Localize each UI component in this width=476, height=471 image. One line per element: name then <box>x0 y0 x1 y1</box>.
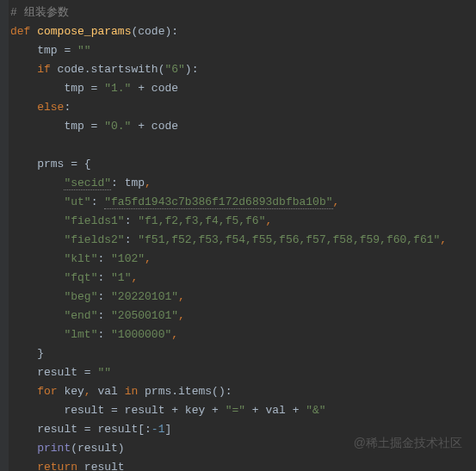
code-line: "fqt": "1", <box>10 269 476 288</box>
code-line: "fields1": "f1,f2,f3,f4,f5,f6", <box>10 212 476 231</box>
code-editor[interactable]: # 组装参数 def compose_params(code): tmp = "… <box>0 0 476 471</box>
code-line: } <box>10 344 476 363</box>
code-line: for key, val in prms.items(): <box>10 382 476 401</box>
code-line: return result <box>10 458 476 471</box>
code-line <box>10 136 476 155</box>
code-line: "fields2": "f51,f52,f53,f54,f55,f56,f57,… <box>10 231 476 250</box>
watermark-text: @稀土掘金技术社区 <box>354 433 462 452</box>
code-line: result = "" <box>10 363 476 382</box>
code-line: tmp = "0." + code <box>10 117 476 136</box>
code-line: # 组装参数 <box>10 3 476 22</box>
code-line: "secid": tmp, <box>10 174 476 193</box>
code-line: "ut": "fa5fd1943c7b386f172d6893dbfba10b"… <box>10 193 476 212</box>
code-line: else: <box>10 98 476 117</box>
code-line: "beg": "20220101", <box>10 288 476 307</box>
code-line: "lmt": "1000000", <box>10 325 476 344</box>
code-line: result = result + key + "=" + val + "&" <box>10 401 476 420</box>
code-line: tmp = "" <box>10 41 476 60</box>
gutter <box>0 0 9 471</box>
code-line: prms = { <box>10 155 476 174</box>
code-line: def compose_params(code): <box>10 22 476 41</box>
comment-text: # 组装参数 <box>10 6 69 19</box>
code-line: "klt": "102", <box>10 250 476 269</box>
code-line: if code.startswith("6"): <box>10 60 476 79</box>
code-line: "end": "20500101", <box>10 307 476 325</box>
code-line: tmp = "1." + code <box>10 79 476 98</box>
